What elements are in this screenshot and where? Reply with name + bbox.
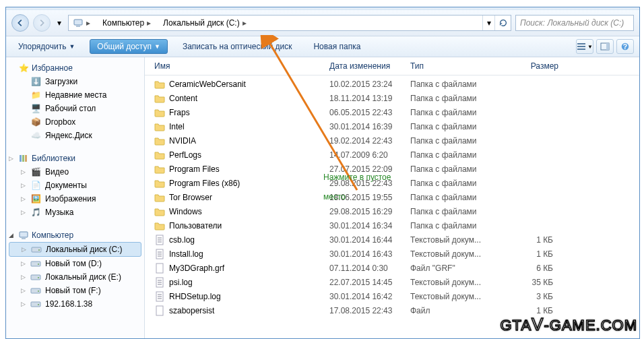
file-icon	[154, 220, 165, 231]
sidebar-drive-item[interactable]: Новый том (F:)	[6, 284, 144, 297]
col-name[interactable]: Имя	[154, 61, 329, 71]
file-name: RHDSetup.log	[169, 292, 221, 301]
svg-rect-18	[31, 275, 40, 280]
preview-pane-button[interactable]	[596, 39, 614, 54]
file-icon	[154, 277, 165, 288]
file-name: psi.log	[169, 278, 193, 287]
file-date: 14.07.2009 6:20	[329, 150, 410, 160]
file-row[interactable]: Windows29.08.2015 16:29Папка с файлами	[145, 204, 639, 218]
sidebar-lib-item[interactable]: 🖼️Изображения	[6, 192, 144, 206]
file-row[interactable]: PerfLogs14.07.2009 6:20Папка с файлами	[145, 148, 639, 162]
svg-rect-22	[31, 302, 40, 307]
sidebar-item-label: Dropbox	[45, 117, 75, 127]
file-list[interactable]: CeramicWebCersanit10.02.2015 23:24Папка …	[145, 75, 639, 338]
file-row[interactable]: Program Files (x86)29.08.2015 22:43Папка…	[145, 176, 639, 190]
file-size: 35 КБ	[505, 278, 558, 287]
file-type: Файл "GRF"	[410, 264, 505, 273]
file-row[interactable]: CeramicWebCersanit10.02.2015 23:24Папка …	[145, 77, 639, 91]
sidebar-drive-item[interactable]: Локальный диск (E:)	[6, 270, 144, 284]
breadcrumb-drive[interactable]: Локальный диск (C:) ▸	[159, 16, 255, 30]
sidebar-fav-item[interactable]: ⬇️Загрузки	[6, 75, 144, 88]
col-size[interactable]: Размер	[505, 61, 558, 71]
file-type: Папка с файлами	[410, 179, 505, 188]
file-date: 29.08.2015 22:43	[329, 179, 410, 188]
sidebar-computer[interactable]: Компьютер	[6, 228, 144, 242]
file-date: 22.07.2015 14:45	[329, 278, 410, 287]
newfolder-button[interactable]: Новая папка	[307, 40, 367, 53]
svg-rect-3	[577, 46, 585, 47]
drive-icon	[30, 258, 41, 269]
column-headers[interactable]: Имя Дата изменения Тип Размер	[145, 57, 639, 75]
file-size: 1 КБ	[505, 235, 558, 245]
navigation-pane[interactable]: ⭐ Избранное ⬇️Загрузки📁Недавние места🖥️Р…	[6, 57, 145, 338]
file-icon	[154, 291, 165, 302]
file-row[interactable]: Fraps06.05.2015 22:43Папка с файлами	[145, 105, 639, 119]
file-type: Папка с файлами	[410, 122, 505, 131]
file-icon	[154, 150, 165, 160]
file-icon	[154, 235, 165, 245]
sidebar-fav-item[interactable]: 📁Недавние места	[6, 88, 144, 102]
file-row[interactable]: Install.log30.01.2014 16:43Текстовый док…	[145, 247, 639, 261]
address-dropdown[interactable]: ▾	[482, 16, 494, 30]
breadcrumb-root[interactable]: ▸	[69, 16, 98, 30]
col-type[interactable]: Тип	[410, 61, 505, 71]
sidebar-drive-item[interactable]: 192.168.1.38	[6, 297, 144, 311]
file-name: My3DGraph.grf	[169, 264, 224, 273]
svg-text:?: ?	[623, 42, 627, 51]
sidebar-item-label: Музыка	[45, 208, 73, 217]
file-type: Текстовый докум...	[410, 235, 505, 245]
file-type: Текстовый докум...	[410, 249, 505, 259]
drive-icon	[30, 272, 41, 282]
sidebar-favorites[interactable]: ⭐ Избранное	[6, 61, 144, 75]
fav-icon: ☁️	[30, 130, 41, 141]
history-dropdown[interactable]: ▾	[55, 16, 64, 30]
help-button[interactable]: ?	[616, 39, 634, 54]
burn-button[interactable]: Записать на оптический диск	[176, 40, 299, 53]
share-button[interactable]: Общий доступ▼	[90, 39, 168, 54]
col-date[interactable]: Дата изменения	[329, 61, 410, 71]
file-row[interactable]: Content18.11.2014 13:19Папка с файлами	[145, 91, 639, 105]
file-row[interactable]: psi.log22.07.2015 14:45Текстовый докум..…	[145, 275, 639, 289]
svg-point-19	[38, 277, 39, 278]
sidebar-lib-item[interactable]: 🎵Музыка	[6, 206, 144, 219]
svg-rect-2	[577, 43, 585, 44]
view-button[interactable]: ▼	[576, 39, 593, 54]
file-type: Текстовый докум...	[410, 292, 505, 301]
address-bar[interactable]: ▸ Компьютер ▸ Локальный диск (C:) ▸ ▾	[68, 15, 511, 31]
drive-icon	[30, 299, 41, 309]
file-row[interactable]: csb.log30.01.2014 16:44Текстовый докум..…	[145, 233, 639, 247]
file-type: Файл	[410, 306, 505, 315]
svg-rect-13	[22, 238, 26, 239]
file-name: Program Files	[169, 164, 220, 174]
sidebar-item-label: Документы	[45, 181, 87, 190]
file-row[interactable]: My3DGraph.grf07.11.2014 0:30Файл "GRF"6 …	[145, 261, 639, 275]
sidebar-drive-item[interactable]: Локальный диск (C:)	[9, 242, 141, 257]
sidebar-lib-item[interactable]: 🎬Видео	[6, 165, 144, 179]
breadcrumb-computer[interactable]: Компьютер ▸	[98, 16, 159, 30]
file-row[interactable]: RHDSetup.log30.01.2014 16:42Текстовый до…	[145, 289, 639, 303]
sidebar-label: Избранное	[32, 63, 73, 73]
forward-button[interactable]	[33, 14, 51, 32]
file-date: 30.01.2014 16:43	[329, 249, 410, 259]
search-input[interactable]: Поиск: Локальный диск (C:)	[515, 15, 634, 31]
file-name: Пользователи	[169, 221, 222, 230]
file-row[interactable]: szabopersist17.08.2015 22:43Файл1 КБ	[145, 303, 639, 317]
svg-rect-41	[156, 306, 163, 315]
file-row[interactable]: Tor Browser18.06.2015 19:55Папка с файла…	[145, 190, 639, 204]
file-row[interactable]: NVIDIA19.02.2014 22:43Папка с файлами	[145, 133, 639, 148]
back-button[interactable]	[11, 14, 29, 32]
share-label: Общий доступ	[97, 42, 152, 51]
refresh-button[interactable]	[494, 16, 511, 30]
sidebar-label: Компьютер	[32, 230, 73, 240]
file-name: Program Files (x86)	[169, 179, 240, 188]
sidebar-drive-item[interactable]: Новый том (D:)	[6, 257, 144, 270]
file-row[interactable]: Program Files27.07.2015 22:09Папка с фай…	[145, 162, 639, 176]
sidebar-libraries[interactable]: Библиотеки	[6, 152, 144, 165]
organize-button[interactable]: Упорядочить▼	[11, 40, 82, 53]
file-row[interactable]: Пользователи30.01.2014 16:34Папка с файл…	[145, 218, 639, 233]
sidebar-lib-item[interactable]: 📄Документы	[6, 179, 144, 192]
sidebar-fav-item[interactable]: 📦Dropbox	[6, 115, 144, 129]
sidebar-fav-item[interactable]: 🖥️Рабочий стол	[6, 102, 144, 115]
sidebar-fav-item[interactable]: ☁️Яндекс.Диск	[6, 129, 144, 142]
file-row[interactable]: Intel30.01.2014 16:39Папка с файлами	[145, 119, 639, 133]
